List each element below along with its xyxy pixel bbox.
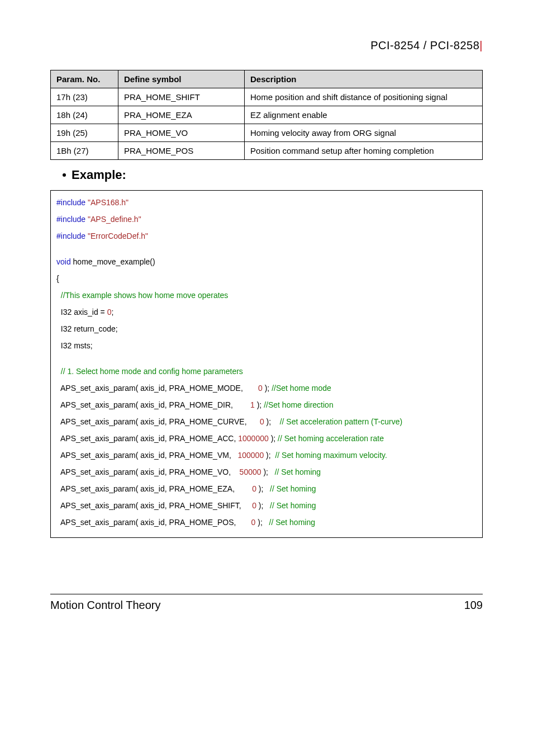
- str-include: "ErrorCodeDef.h": [85, 231, 148, 240]
- cell-param-no: 1Bh (27): [51, 142, 118, 160]
- code-comment: // Set homing maximum velocity.: [275, 451, 387, 460]
- footer-page-number: 109: [464, 599, 483, 612]
- code-text: );: [261, 467, 275, 476]
- cell-define: PRA_HOME_POS: [118, 142, 245, 160]
- code-text: );: [255, 400, 264, 409]
- code-comment: // Set homing: [275, 467, 321, 476]
- code-line: void home_move_example(): [56, 258, 477, 266]
- code-line: APS_set_axis_param( axis_id, PRA_HOME_SH…: [56, 502, 477, 509]
- th-param-no: Param. No.: [51, 70, 118, 88]
- table-row: 17h (23) PRA_HOME_SHIFT Home position an…: [51, 88, 483, 106]
- code-line: APS_set_axis_param( axis_id, PRA_HOME_AC…: [56, 434, 477, 442]
- code-comment: //Set home direction: [264, 400, 334, 409]
- code-text: );: [269, 434, 278, 443]
- code-number: 1000000: [238, 434, 269, 443]
- cell-param-no: 17h (23): [51, 88, 118, 106]
- fn-name: home_move_example(): [71, 257, 155, 266]
- example-label: Example:: [72, 168, 126, 182]
- code-comment: //Set home mode: [272, 384, 331, 393]
- code-comment: // Set homing acceleration rate: [278, 434, 384, 443]
- kw-include: #include: [56, 215, 85, 224]
- code-line: APS_set_axis_param( axis_id, PRA_HOME_CU…: [56, 418, 477, 426]
- code-line: APS_set_axis_param( axis_id, PRA_HOME_VM…: [56, 451, 477, 459]
- code-comment: // Set homing: [270, 501, 316, 510]
- code-number: 0: [244, 501, 256, 510]
- code-line: #include "ErrorCodeDef.h": [56, 232, 477, 240]
- code-text: APS_set_axis_param( axis_id, PRA_HOME_VO…: [56, 467, 233, 476]
- cell-desc: Homing velocity away from ORG signal: [245, 124, 483, 142]
- code-line: I32 axis_id = 0;: [56, 308, 477, 316]
- code-number: 0: [249, 417, 264, 426]
- code-text: );: [255, 518, 269, 527]
- cell-param-no: 18h (24): [51, 106, 118, 124]
- code-line: I32 msts;: [56, 342, 477, 349]
- code-line: APS_set_axis_param( axis_id, PRA_HOME_VO…: [56, 468, 477, 476]
- footer-left: Motion Control Theory: [50, 599, 161, 612]
- code-text: );: [263, 384, 272, 393]
- code-text: );: [264, 451, 275, 460]
- cell-define: PRA_HOME_VO: [118, 124, 245, 142]
- code-text: ;: [111, 308, 113, 316]
- example-heading: Example:: [63, 168, 483, 182]
- table-row: 19h (25) PRA_HOME_VO Homing velocity awa…: [51, 124, 483, 142]
- code-text: APS_set_axis_param( axis_id, PRA_HOME_CU…: [56, 417, 249, 426]
- code-comment: // Set acceleration pattern (T-curve): [280, 417, 402, 426]
- code-text: APS_set_axis_param( axis_id, PRA_HOME_DI…: [56, 400, 235, 409]
- code-number: 1: [235, 400, 255, 409]
- code-comment: // Set homing: [269, 518, 316, 527]
- code-comment: // Set homing: [270, 484, 316, 493]
- table-row: 1Bh (27) PRA_HOME_POS Position command s…: [51, 142, 483, 160]
- code-comment: // 1. Select home mode and config home p…: [56, 367, 477, 375]
- code-line: APS_set_axis_param( axis_id, PRA_HOME_MO…: [56, 384, 477, 392]
- kw-void: void: [56, 257, 71, 266]
- code-number: 50000: [233, 467, 261, 476]
- code-text: APS_set_axis_param( axis_id, PRA_HOME_AC…: [56, 434, 238, 443]
- table-header-row: Param. No. Define symbol Description: [51, 70, 483, 88]
- code-text: I32 axis_id =: [56, 308, 107, 316]
- header-title: PCI-8254 / PCI-8258: [370, 39, 479, 51]
- table-row: 18h (24) PRA_HOME_EZA EZ alignment enabl…: [51, 106, 483, 124]
- param-table: Param. No. Define symbol Description 17h…: [50, 70, 483, 160]
- code-text: APS_set_axis_param( axis_id, PRA_HOME_EZ…: [56, 484, 237, 493]
- th-define-symbol: Define symbol: [118, 70, 245, 88]
- code-line: {: [56, 275, 477, 282]
- code-text: );: [256, 501, 270, 510]
- code-line: I32 return_code;: [56, 325, 477, 333]
- code-block: #include "APS168.h" #include "APS_define…: [50, 190, 483, 538]
- code-text: APS_set_axis_param( axis_id, PRA_HOME_VM…: [56, 451, 234, 460]
- header-bar: |: [479, 39, 483, 51]
- code-text: );: [264, 417, 280, 426]
- cell-define: PRA_HOME_SHIFT: [118, 88, 245, 106]
- code-line: #include "APS168.h": [56, 199, 477, 206]
- code-number: 0: [237, 484, 256, 493]
- cell-define: PRA_HOME_EZA: [118, 106, 245, 124]
- cell-desc: Home position and shift distance of posi…: [245, 88, 483, 106]
- code-text: APS_set_axis_param( axis_id, PRA_HOME_SH…: [56, 501, 244, 510]
- code-text: );: [256, 484, 270, 493]
- code-line: APS_set_axis_param( axis_id, PRA_HOME_PO…: [56, 518, 477, 526]
- code-text: APS_set_axis_param( axis_id, PRA_HOME_PO…: [56, 518, 238, 527]
- code-comment: //This example shows how home move opera…: [56, 291, 477, 299]
- bullet-icon: [63, 173, 66, 177]
- code-number: 0: [245, 384, 263, 393]
- kw-include: #include: [56, 231, 85, 240]
- kw-include: #include: [56, 198, 85, 207]
- code-line: APS_set_axis_param( axis_id, PRA_HOME_DI…: [56, 401, 477, 409]
- page-footer: Motion Control Theory 109: [50, 594, 483, 612]
- code-number: 100000: [234, 451, 264, 460]
- cell-desc: Position command setup after homing comp…: [245, 142, 483, 160]
- code-text: APS_set_axis_param( axis_id, PRA_HOME_MO…: [56, 384, 245, 393]
- page-header: PCI-8254 / PCI-8258|: [50, 39, 483, 52]
- code-number: 0: [238, 518, 255, 527]
- str-include: "APS_define.h": [85, 215, 141, 224]
- code-line: #include "APS_define.h": [56, 215, 477, 223]
- code-line: APS_set_axis_param( axis_id, PRA_HOME_EZ…: [56, 485, 477, 493]
- str-include: "APS168.h": [85, 198, 129, 207]
- th-description: Description: [245, 70, 483, 88]
- cell-param-no: 19h (25): [51, 124, 118, 142]
- cell-desc: EZ alignment enable: [245, 106, 483, 124]
